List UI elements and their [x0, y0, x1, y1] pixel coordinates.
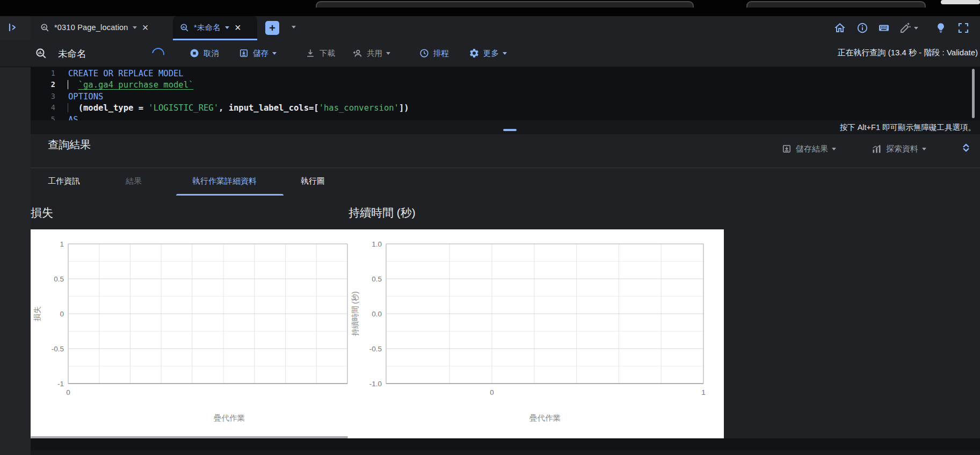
close-tab-icon[interactable]: × — [234, 22, 242, 33]
download-button[interactable]: 下載 — [305, 46, 335, 61]
code-text: AS — [68, 114, 78, 120]
sql-editor[interactable]: 1CREATE OR REPLACE MODEL2 `ga.ga4_purcha… — [31, 67, 980, 120]
lightbulb-icon[interactable] — [934, 21, 947, 34]
query-status-text: 正在執行查詢 (13.4 秒 - 階段 : Validate) — [838, 48, 978, 58]
collapse-results-icon[interactable] — [959, 141, 973, 155]
cancel-query-button[interactable]: 取消 — [189, 46, 219, 61]
svg-text:1: 1 — [701, 388, 706, 396]
gear-icon — [469, 48, 480, 59]
code-text: (model_type = 'LOGISTIC_REG', input_labe… — [68, 103, 409, 113]
code-line[interactable]: 3OPTIONS — [31, 91, 980, 102]
svg-text:疊代作業: 疊代作業 — [529, 414, 561, 422]
clock-icon — [419, 48, 430, 59]
schedule-button[interactable]: 排程 — [419, 46, 449, 61]
keyboard-icon[interactable] — [877, 21, 890, 34]
svg-text:-1.0: -1.0 — [369, 380, 382, 388]
tab-overflow-chevron-icon[interactable] — [292, 26, 296, 28]
accessibility-hint: 按下 Alt+F1 即可顯示無障礙工具選項。 — [840, 120, 976, 134]
info-icon[interactable] — [856, 21, 869, 34]
explore-data-button[interactable]: 探索資料 — [871, 142, 926, 156]
code-text: CREATE OR REPLACE MODEL — [68, 68, 184, 79]
explore-data-chevron-icon — [922, 148, 926, 150]
svg-text:0.0: 0.0 — [372, 310, 382, 318]
person-add-icon — [352, 48, 363, 59]
results-title: 查詢結果 — [48, 138, 91, 152]
tab-results: 結果 — [126, 176, 142, 186]
tab-execution-details[interactable]: 執行作業詳細資料 — [192, 176, 257, 186]
chevron-down-icon[interactable] — [225, 26, 229, 29]
query-title: 未命名 — [58, 47, 86, 60]
tab-untitled-active[interactable]: *未命名 × — [173, 16, 257, 39]
duration-chart: 1.00.50.0-0.5-1.001持續時間 (秒)疊代作業 — [31, 229, 724, 438]
line-number: 5 — [31, 115, 55, 120]
query-icon — [34, 47, 48, 60]
save-icon — [238, 48, 249, 59]
splitter-drag-handle[interactable] — [503, 129, 517, 131]
share-options-chevron-icon — [386, 52, 390, 55]
fullscreen-icon[interactable] — [957, 21, 970, 34]
duration-chart-title: 持續時間 (秒) — [349, 205, 416, 220]
line-number: 1 — [31, 69, 55, 77]
code-text: OPTIONS — [68, 91, 103, 102]
code-text: `ga.ga4_purchase_model` — [68, 80, 193, 90]
svg-text:0: 0 — [490, 388, 494, 396]
browser-popup-fragment — [941, 0, 980, 4]
editor-footer-bar: 按下 Alt+F1 即可顯示無障礙工具選項。 — [31, 120, 980, 134]
home-icon[interactable] — [833, 21, 846, 34]
new-query-tab-button[interactable]: + — [265, 21, 279, 35]
browser-tab-fragment — [316, 1, 694, 8]
more-options-chevron-icon — [503, 52, 507, 55]
code-line[interactable]: 2 `ga.ga4_purchase_model` — [31, 79, 980, 90]
browser-chrome-sliver — [0, 0, 980, 16]
charts-panel: 10.50-0.5-10損失疊代作業1.00.50.0-0.5-1.001持續時… — [31, 229, 724, 438]
svg-text:持續時間 (秒): 持續時間 (秒) — [351, 291, 359, 336]
line-number: 4 — [31, 103, 55, 112]
line-number: 2 — [31, 80, 55, 89]
more-button[interactable]: 更多 — [469, 46, 507, 61]
browser-tab-fragment — [746, 1, 926, 8]
tab-label: *0310 Page_location — [54, 23, 128, 32]
download-icon — [305, 48, 316, 59]
svg-text:0.5: 0.5 — [372, 275, 382, 283]
query-running-spinner — [149, 45, 166, 62]
bigquery-workspace: *0310 Page_location × *未命名 × + 未命名 — [0, 0, 980, 455]
query-tab-icon — [179, 23, 190, 33]
line-number: 3 — [31, 92, 55, 100]
tab-execution-graph[interactable]: 執行圖 — [301, 176, 325, 186]
wand-options-chevron-icon[interactable] — [914, 27, 918, 30]
open-left-panel-button[interactable] — [6, 20, 20, 34]
query-toolbar: 未命名 取消 儲存 下載 共用 排程 更多 正在執 — [0, 40, 980, 67]
close-tab-icon[interactable]: × — [141, 22, 150, 33]
explore-data-icon — [871, 143, 882, 155]
left-panel-rail — [0, 16, 31, 455]
save-button[interactable]: 儲存 — [238, 46, 277, 61]
save-results-button[interactable]: 儲存結果 — [781, 142, 836, 156]
sql-generation-wand-icon[interactable] — [899, 21, 912, 34]
results-divider — [31, 168, 980, 168]
code-line[interactable]: 5AS — [31, 114, 980, 120]
code-line[interactable]: 4 (model_type = 'LOGISTIC_REG', input_la… — [31, 102, 980, 113]
save-results-chevron-icon — [832, 148, 836, 150]
svg-text:1.0: 1.0 — [372, 240, 382, 248]
tab-0310-page-location[interactable]: *0310 Page_location × — [33, 16, 156, 39]
save-options-chevron-icon — [272, 52, 277, 55]
share-button[interactable]: 共用 — [352, 46, 390, 61]
loss-chart-title: 損失 — [31, 205, 53, 220]
svg-text:-0.5: -0.5 — [369, 345, 382, 353]
code-line[interactable]: 1CREATE OR REPLACE MODEL — [31, 68, 980, 79]
active-results-tab-underline — [176, 194, 284, 196]
tab-job-information[interactable]: 工作資訊 — [48, 176, 80, 186]
stop-icon — [189, 48, 200, 59]
bottom-band — [31, 438, 980, 455]
chevron-down-icon[interactable] — [133, 26, 137, 29]
query-tab-icon — [40, 23, 50, 33]
save-icon — [781, 143, 792, 154]
tab-label: *未命名 — [194, 23, 221, 33]
